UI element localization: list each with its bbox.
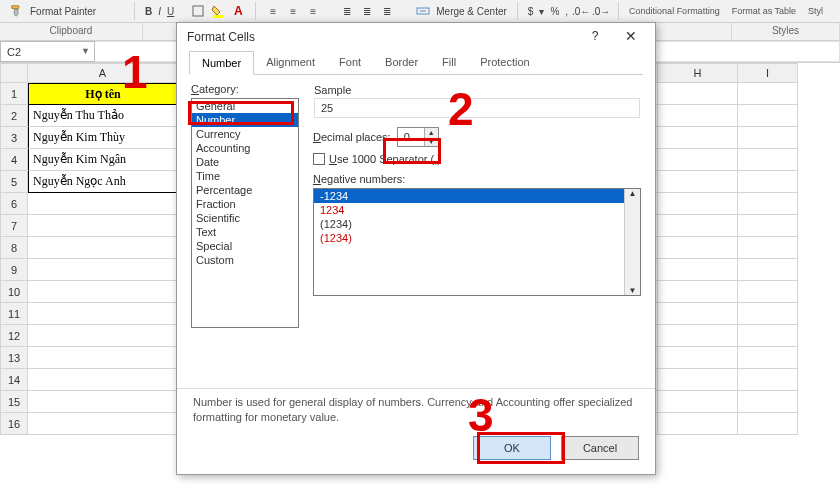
scrollbar[interactable]: ▲ ▼	[624, 189, 640, 295]
row-header[interactable]: 1	[0, 83, 28, 105]
negative-item[interactable]: (1234)	[314, 231, 640, 245]
cell[interactable]: Nguyễn Kim Thùy	[28, 127, 178, 149]
ok-button[interactable]: OK	[473, 436, 551, 460]
row-header[interactable]: 12	[0, 325, 28, 347]
row-header[interactable]: 8	[0, 237, 28, 259]
comma-button[interactable]: ,	[565, 6, 568, 17]
format-as-table-button[interactable]: Format as Table	[732, 7, 796, 16]
cell[interactable]	[28, 303, 178, 325]
cancel-button[interactable]: Cancel	[561, 436, 639, 460]
align-mid-icon[interactable]: ≡	[286, 4, 300, 18]
negative-item[interactable]: (1234)	[314, 217, 640, 231]
category-item-scientific[interactable]: Scientific	[192, 211, 298, 225]
decimal-places-spinner[interactable]: 0 ▲ ▼	[397, 127, 439, 147]
border-icon[interactable]	[191, 4, 205, 18]
negative-numbers-list[interactable]: -1234 1234 (1234) (1234) ▲ ▼	[313, 188, 641, 296]
cell[interactable]	[658, 171, 738, 193]
cell[interactable]	[658, 347, 738, 369]
format-painter-label[interactable]: Format Painter	[30, 6, 96, 17]
category-item-fraction[interactable]: Fraction	[192, 197, 298, 211]
tab-protection[interactable]: Protection	[468, 51, 542, 74]
cell[interactable]	[658, 325, 738, 347]
row-header[interactable]: 14	[0, 369, 28, 391]
conditional-formatting-button[interactable]: Conditional Formatting	[629, 7, 720, 16]
cell[interactable]	[738, 281, 798, 303]
cell[interactable]	[658, 369, 738, 391]
cell[interactable]	[658, 105, 738, 127]
negative-item[interactable]: 1234	[314, 203, 640, 217]
align-bot-icon[interactable]: ≡	[306, 4, 320, 18]
cell[interactable]	[738, 127, 798, 149]
cell[interactable]	[738, 237, 798, 259]
row-header[interactable]: 11	[0, 303, 28, 325]
row-header[interactable]: 10	[0, 281, 28, 303]
row-header[interactable]: 16	[0, 413, 28, 435]
cell[interactable]	[658, 413, 738, 435]
cell[interactable]	[738, 303, 798, 325]
cell[interactable]	[658, 391, 738, 413]
cell[interactable]	[658, 303, 738, 325]
bold-button[interactable]: B	[145, 6, 152, 17]
align-left-icon[interactable]: ≣	[340, 4, 354, 18]
format-painter-icon[interactable]	[10, 4, 24, 18]
cell[interactable]	[738, 259, 798, 281]
row-header[interactable]: 9	[0, 259, 28, 281]
italic-button[interactable]: I	[158, 6, 161, 17]
col-header[interactable]: H	[658, 63, 738, 83]
cell[interactable]	[658, 237, 738, 259]
cell[interactable]	[658, 215, 738, 237]
category-item-accounting[interactable]: Accounting	[192, 141, 298, 155]
cell[interactable]	[28, 193, 178, 215]
spin-up-icon[interactable]: ▲	[424, 128, 438, 137]
category-item-general[interactable]: General	[192, 99, 298, 113]
col-header[interactable]: A	[28, 63, 178, 83]
name-box[interactable]: C2 ▼	[0, 41, 95, 62]
cell[interactable]: Nguyễn Kim Ngân	[28, 149, 178, 171]
cell[interactable]	[738, 391, 798, 413]
cell[interactable]	[28, 369, 178, 391]
align-center-icon[interactable]: ≣	[360, 4, 374, 18]
row-header[interactable]: 15	[0, 391, 28, 413]
cell[interactable]	[738, 325, 798, 347]
category-item-percentage[interactable]: Percentage	[192, 183, 298, 197]
decrease-decimal-icon[interactable]: .0→	[594, 4, 608, 18]
cell[interactable]	[28, 281, 178, 303]
cell[interactable]	[28, 325, 178, 347]
cell[interactable]	[658, 193, 738, 215]
tab-number[interactable]: Number	[189, 51, 254, 75]
category-item-currency[interactable]: Currency	[192, 127, 298, 141]
cell[interactable]	[28, 237, 178, 259]
cell[interactable]	[658, 83, 738, 105]
cell[interactable]	[738, 369, 798, 391]
row-header[interactable]: 13	[0, 347, 28, 369]
select-all-corner[interactable]	[0, 63, 28, 83]
font-color-icon[interactable]: A	[231, 4, 245, 18]
cell[interactable]: Nguyễn Thu Thảo	[28, 105, 178, 127]
merge-icon[interactable]	[416, 4, 430, 18]
category-item-custom[interactable]: Custom	[192, 253, 298, 267]
increase-decimal-icon[interactable]: .0←	[574, 4, 588, 18]
cell[interactable]: Nguyễn Ngọc Anh	[28, 171, 178, 193]
thousand-separator-checkbox[interactable]	[313, 153, 325, 165]
category-item-number[interactable]: Number	[192, 113, 298, 127]
tab-border[interactable]: Border	[373, 51, 430, 74]
underline-button[interactable]: U	[167, 6, 174, 17]
cell[interactable]	[738, 83, 798, 105]
category-item-date[interactable]: Date	[192, 155, 298, 169]
cell[interactable]	[28, 347, 178, 369]
cell[interactable]	[658, 127, 738, 149]
category-item-time[interactable]: Time	[192, 169, 298, 183]
cell[interactable]	[658, 149, 738, 171]
tab-fill[interactable]: Fill	[430, 51, 468, 74]
row-header[interactable]: 3	[0, 127, 28, 149]
help-icon[interactable]: ?	[583, 25, 607, 47]
cell[interactable]	[28, 391, 178, 413]
spin-down-icon[interactable]: ▼	[424, 137, 438, 146]
fill-color-icon[interactable]	[211, 4, 225, 18]
chevron-down-icon[interactable]: ▼	[81, 46, 90, 56]
col-header[interactable]: I	[738, 63, 798, 83]
row-header[interactable]: 6	[0, 193, 28, 215]
percent-button[interactable]: %	[550, 6, 559, 17]
cell[interactable]	[738, 105, 798, 127]
category-item-special[interactable]: Special	[192, 239, 298, 253]
